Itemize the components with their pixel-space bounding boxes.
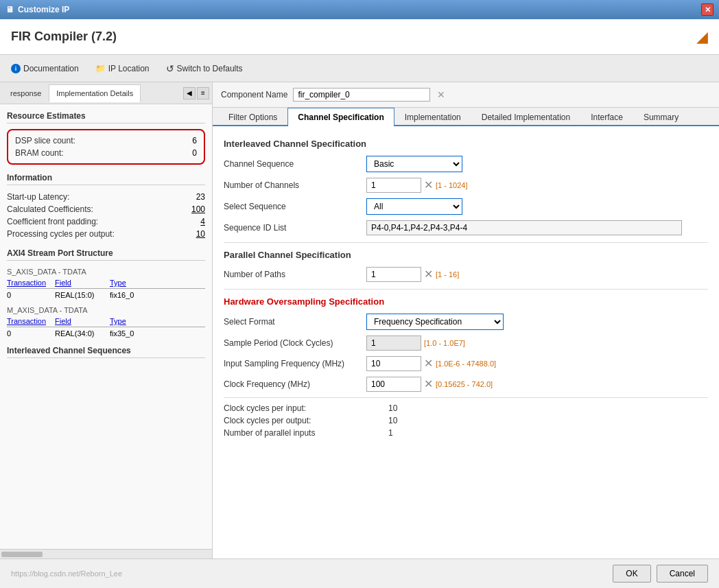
ok-button[interactable]: OK [613,565,650,583]
documentation-button[interactable]: i Documentation [8,62,82,75]
coeff-padding-label: Coefficient front padding: [7,217,98,226]
sequence-id-list-label: Sequence ID List [224,223,361,233]
tab-response[interactable]: response [3,84,49,102]
s-axis-type-0: fix16_0 [110,291,158,299]
s-axis-section: S_AXIS_DATA - TDATA Transaction Field Ty… [7,268,205,299]
left-panel-content: Resource Estimates DSP slice count: 6 BR… [0,104,212,549]
clock-cycles-output-value: 10 [388,416,397,425]
bram-value: 0 [192,148,197,158]
tab-implementation-details[interactable]: Implementation Details [49,84,141,102]
channel-sequence-control: Basic Advanced [366,156,462,172]
tab-detailed-implementation[interactable]: Detailed Implementation [471,108,580,126]
toolbar: i Documentation 📁 IP Location ↺ Switch t… [0,55,719,82]
tab-interface[interactable]: Interface [580,108,633,126]
m-axis-transaction-0: 0 [7,329,48,338]
num-channels-input[interactable] [366,178,421,193]
panel-nav-back[interactable]: ◀ [183,87,196,99]
tab-summary[interactable]: Summary [633,108,689,126]
info-icon: i [11,64,21,73]
m-axis-field-0: REAL(34:0) [55,329,103,338]
folder-icon: 📁 [95,64,106,73]
app-title-bar: FIR Compiler (7.2) ◢ [0,19,719,55]
channel-sequence-row: Channel Sequence Basic Advanced [224,156,708,172]
calc-coeff-row: Calculated Coefficients: 100 [7,203,205,215]
dsp-value: 6 [192,136,197,145]
clock-cycles-input-row: Clock cycles per input: 10 [224,403,708,413]
clock-freq-input[interactable] [366,377,421,392]
m-axis-col-type: Type [110,317,158,325]
clock-freq-control: ✕ [0.15625 - 742.0] [366,377,493,392]
component-name-input[interactable] [293,88,430,102]
select-format-select[interactable]: Input Sample Period Frequency Specificat… [366,314,504,330]
channel-sequence-select[interactable]: Basic Advanced [366,156,462,172]
s-axis-field-0: REAL(15:0) [55,291,103,299]
right-panel: Component Name ✕ Filter Options Channel … [213,82,719,558]
tab-implementation[interactable]: Implementation [394,108,471,126]
left-panel-scrollbar-h[interactable] [0,549,212,558]
cancel-button[interactable]: Cancel [657,565,708,583]
component-name-clear-btn[interactable]: ✕ [437,89,445,100]
bram-row: BRAM count: 0 [15,147,197,159]
interleaved-channel-title: Interleaved Channel Sequences [7,346,205,358]
clock-freq-label: Clock Frequency (MHz) [224,379,361,389]
component-name-row: Component Name ✕ [213,82,719,108]
num-paths-clear[interactable]: ✕ [424,269,433,280]
resource-estimates-title: Resource Estimates [7,111,205,124]
startup-latency-row: Start-up Latency: 23 [7,191,205,203]
input-sampling-freq-control: ✕ [1.0E-6 - 47488.0] [366,356,496,371]
num-channels-control: ✕ [1 - 1024] [366,178,467,193]
tab-channel-specification[interactable]: Channel Specification [287,108,394,126]
switch-defaults-button[interactable]: ↺ Switch to Defaults [163,62,246,75]
m-axis-row-0: 0 REAL(34:0) fix35_0 [7,329,205,338]
title-bar-text: Customize IP [18,5,69,14]
num-paths-row: Number of Paths ✕ [1 - 16] [224,267,708,282]
close-button[interactable]: ✕ [701,3,714,16]
num-paths-range: [1 - 16] [436,270,459,279]
channel-sequence-label: Channel Sequence [224,159,361,169]
s-axis-col-transaction: Transaction [7,279,48,287]
num-paths-input[interactable] [366,267,421,282]
m-axis-title: M_AXIS_DATA - TDATA [7,306,205,314]
app-logo: ◢ [696,28,708,46]
refresh-icon: ↺ [166,63,174,74]
coeff-padding-row: Coefficient front padding: 4 [7,215,205,228]
input-sampling-freq-clear[interactable]: ✕ [424,358,433,369]
main-window: FIR Compiler (7.2) ◢ i Documentation 📁 I… [0,19,719,588]
s-axis-table-header: Transaction Field Type [7,279,205,289]
content-area: response Implementation Details ◀ ≡ Reso… [0,82,719,558]
s-axis-title: S_AXIS_DATA - TDATA [7,268,205,276]
interleaved-spec-header: Interleaved Channel Specification [224,139,708,149]
main-content: Interleaved Channel Specification Channe… [213,126,719,558]
watermark: https://blog.csdn.net/Reborn_Lee [11,569,122,578]
processing-cycles-value: 10 [196,229,205,239]
clock-freq-clear[interactable]: ✕ [424,379,433,390]
select-sequence-row: Select Sequence All Custom [224,198,708,215]
num-parallel-inputs-value: 1 [388,428,393,438]
scrollbar-thumb[interactable] [1,552,43,557]
ip-location-button[interactable]: 📁 IP Location [93,62,152,75]
panel-nav-menu[interactable]: ≡ [197,87,209,99]
select-sequence-label: Select Sequence [224,202,361,211]
location-label: IP Location [108,64,150,73]
processing-cycles-row: Processing cycles per output: 10 [7,228,205,240]
processing-cycles-label: Processing cycles per output: [7,229,115,239]
switch-defaults-label: Switch to Defaults [177,64,243,73]
sample-period-row: Sample Period (Clock Cycles) [1.0 - 1.0E… [224,336,708,351]
startup-latency-label: Start-up Latency: [7,192,69,202]
coeff-padding-value: 4 [200,217,205,226]
sample-period-input[interactable] [366,336,421,351]
bram-label: BRAM count: [15,148,64,158]
num-channels-range: [1 - 1024] [436,181,467,189]
input-sampling-freq-input[interactable] [366,356,421,371]
tab-filter-options[interactable]: Filter Options [218,108,287,126]
panel-tabs: response Implementation Details ◀ ≡ [0,82,212,104]
sequence-id-list-input[interactable] [366,220,682,235]
num-channels-clear[interactable]: ✕ [424,180,433,191]
num-channels-label: Number of Channels [224,180,361,190]
select-sequence-select[interactable]: All Custom [366,198,462,215]
title-bar: 🖥 Customize IP ✕ [0,0,719,19]
calc-coeff-value: 100 [191,204,205,214]
dsp-label: DSP slice count: [15,136,75,145]
bottom-bar: https://blog.csdn.net/Reborn_Lee OK Canc… [0,558,719,588]
m-axis-table-header: Transaction Field Type [7,317,205,327]
